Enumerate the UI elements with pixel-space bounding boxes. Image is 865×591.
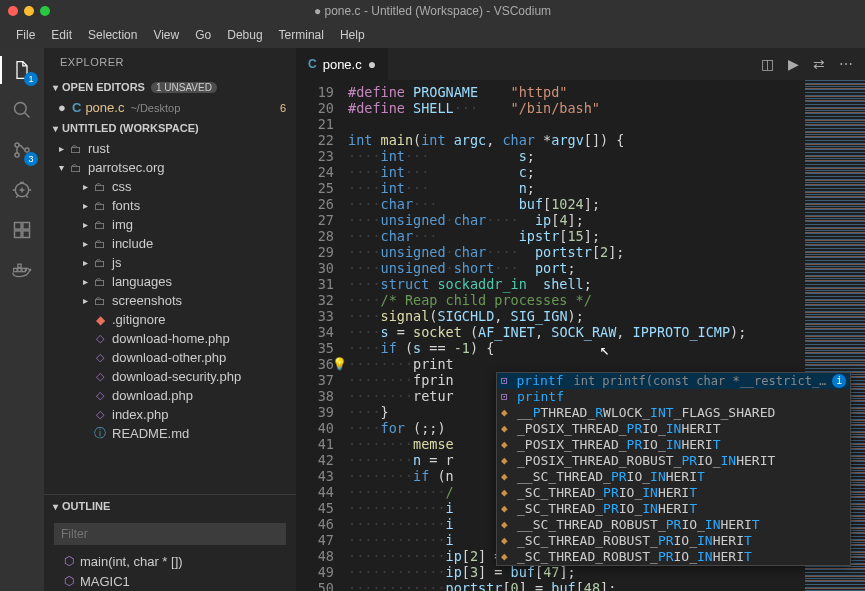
suggest-item[interactable]: ◆ _SC_THREAD_ROBUST_PRIO_INHERIT	[497, 533, 850, 549]
unsaved-badge: 1 UNSAVED	[151, 82, 217, 93]
code-line[interactable]: #define SHELL··· "/bin/bash"	[348, 100, 865, 116]
menu-help[interactable]: Help	[332, 26, 373, 44]
code-line[interactable]: ····int··· n;	[348, 180, 865, 196]
folder-fonts[interactable]: ▸🗀fonts	[44, 196, 296, 215]
scm-activity-icon[interactable]: 3	[8, 136, 36, 164]
window-controls	[8, 6, 50, 16]
menu-edit[interactable]: Edit	[43, 26, 80, 44]
code-line[interactable]	[348, 116, 865, 132]
tabbar: C pone.c ● ◫ ▶ ⇄ ⋯	[296, 48, 865, 80]
folder-include[interactable]: ▸🗀include	[44, 234, 296, 253]
svg-rect-10	[18, 268, 21, 271]
svg-point-0	[15, 103, 27, 115]
suggest-item[interactable]: ◆ _SC_THREAD_PRIO_INHERIT	[497, 485, 850, 501]
outline-symbol[interactable]: ⬡main(int, char * [])	[44, 551, 296, 571]
activitybar: 1 3	[0, 48, 44, 591]
compare-icon[interactable]: ⇄	[813, 56, 825, 72]
folder-img[interactable]: ▸🗀img	[44, 215, 296, 234]
suggest-item[interactable]: ⊡ printf	[497, 389, 850, 405]
svg-rect-7	[15, 231, 22, 238]
open-editor-item[interactable]: ●Cpone.c~/Desktop6	[44, 98, 296, 117]
more-icon[interactable]: ⋯	[839, 56, 853, 72]
menu-view[interactable]: View	[145, 26, 187, 44]
code-line[interactable]: ····s = socket (AF_INET, SOCK_RAW, IPPRO…	[348, 324, 865, 340]
menu-terminal[interactable]: Terminal	[271, 26, 332, 44]
workspace-header[interactable]: ▾ UNTITLED (WORKSPACE)	[44, 117, 296, 139]
open-editors-header[interactable]: ▾ OPEN EDITORS 1 UNSAVED	[44, 76, 296, 98]
code-line[interactable]: ····char··· buf[1024];	[348, 196, 865, 212]
folder-screenshots[interactable]: ▸🗀screenshots	[44, 291, 296, 310]
scm-badge: 3	[24, 152, 38, 166]
suggest-item[interactable]: ◆ _SC_THREAD_PRIO_INHERIT	[497, 501, 850, 517]
code-line[interactable]: #define PROGNAME "httpd"	[348, 84, 865, 100]
outline-label: OUTLINE	[62, 500, 110, 512]
workspace-label: UNTITLED (WORKSPACE)	[62, 122, 199, 134]
suggest-item[interactable]: ◆ _POSIX_THREAD_ROBUST_PRIO_INHERIT	[497, 453, 850, 469]
folder-rust[interactable]: ▸🗀rust	[44, 139, 296, 158]
code-line[interactable]: ····int··· c;	[348, 164, 865, 180]
tab-pone-c[interactable]: C pone.c ●	[296, 48, 389, 80]
file-README.md[interactable]: ⓘREADME.md	[44, 424, 296, 443]
explorer-activity-icon[interactable]: 1	[8, 56, 36, 84]
file-.gitignore[interactable]: ◆.gitignore	[44, 310, 296, 329]
code-line[interactable]: ····char··· ipstr[15];	[348, 228, 865, 244]
code-line[interactable]: ········print	[348, 356, 865, 372]
code-line[interactable]: int main(int argc, char *argv[]) {	[348, 132, 865, 148]
folder-parrotsec.org[interactable]: ▾🗀parrotsec.org	[44, 158, 296, 177]
code-line[interactable]: ····signal(SIGCHLD, SIG_IGN);	[348, 308, 865, 324]
file-download-security.php[interactable]: ◇download-security.php	[44, 367, 296, 386]
explorer-badge: 1	[24, 72, 38, 86]
folder-css[interactable]: ▸🗀css	[44, 177, 296, 196]
outline-filter-input[interactable]	[54, 523, 286, 545]
sidebar: EXPLORER ▾ OPEN EDITORS 1 UNSAVED ●Cpone…	[44, 48, 296, 591]
search-activity-icon[interactable]	[8, 96, 36, 124]
split-editor-icon[interactable]: ◫	[761, 56, 774, 72]
maximize-window-button[interactable]	[40, 6, 50, 16]
suggest-item[interactable]: ◆ __PTHREAD_RWLOCK_INT_FLAGS_SHARED	[497, 405, 850, 421]
chevron-down-icon: ▾	[48, 82, 62, 93]
menu-selection[interactable]: Selection	[80, 26, 145, 44]
info-icon[interactable]: i	[832, 374, 846, 388]
svg-rect-11	[22, 268, 25, 271]
file-index.php[interactable]: ◇index.php	[44, 405, 296, 424]
svg-point-1	[15, 143, 19, 147]
suggest-item[interactable]: ◆ _POSIX_THREAD_PRIO_INHERIT	[497, 437, 850, 453]
outline-symbol[interactable]: ⬡MAGIC1	[44, 571, 296, 591]
code-line[interactable]: ············portstr[0] = buf[48];	[348, 580, 865, 591]
file-download-other.php[interactable]: ◇download-other.php	[44, 348, 296, 367]
debug-activity-icon[interactable]	[8, 176, 36, 204]
docker-activity-icon[interactable]	[8, 256, 36, 284]
close-window-button[interactable]	[8, 6, 18, 16]
suggest-item[interactable]: ◆ __SC_THREAD_PRIO_INHERIT	[497, 469, 850, 485]
code-line[interactable]: ····struct sockaddr_in shell;	[348, 276, 865, 292]
intellisense-popup[interactable]: ⊡ printfint printf(const char *__restric…	[496, 372, 851, 566]
svg-rect-9	[14, 268, 17, 271]
outline-header[interactable]: ▾ OUTLINE	[44, 495, 296, 517]
lightbulb-icon[interactable]: 💡	[332, 356, 347, 372]
code-line[interactable]: ····unsigned·short··· port;	[348, 260, 865, 276]
code-line[interactable]: ····unsigned·char···· ip[4];	[348, 212, 865, 228]
menu-go[interactable]: Go	[187, 26, 219, 44]
extensions-activity-icon[interactable]	[8, 216, 36, 244]
file-download.php[interactable]: ◇download.php	[44, 386, 296, 405]
menu-debug[interactable]: Debug	[219, 26, 270, 44]
code-line[interactable]: ····/* Reap child processes */	[348, 292, 865, 308]
window-title: ● pone.c - Untitled (Workspace) - VSCodi…	[314, 4, 551, 18]
menu-file[interactable]: File	[8, 26, 43, 44]
folder-languages[interactable]: ▸🗀languages	[44, 272, 296, 291]
code-line[interactable]: ············ip[3] = buf[47];	[348, 564, 865, 580]
suggest-item[interactable]: ⊡ printfint printf(const char *__restric…	[497, 373, 850, 389]
code-line[interactable]: ····if (s == -1) {	[348, 340, 865, 356]
sidebar-title: EXPLORER	[44, 48, 296, 76]
run-icon[interactable]: ▶	[788, 56, 799, 72]
suggest-item[interactable]: ◆ _POSIX_THREAD_PRIO_INHERIT	[497, 421, 850, 437]
file-download-home.php[interactable]: ◇download-home.php	[44, 329, 296, 348]
code-line[interactable]: ····unsigned·char···· portstr[2];	[348, 244, 865, 260]
folder-js[interactable]: ▸🗀js	[44, 253, 296, 272]
unsaved-dot-icon: ●	[368, 56, 376, 72]
code-editor[interactable]: 1920212223242526272829303132333435363738…	[296, 80, 865, 591]
suggest-item[interactable]: ◆ __SC_THREAD_ROBUST_PRIO_INHERIT	[497, 517, 850, 533]
code-line[interactable]: ····int··· s;	[348, 148, 865, 164]
minimize-window-button[interactable]	[24, 6, 34, 16]
suggest-item[interactable]: ◆ _SC_THREAD_ROBUST_PRIO_INHERIT	[497, 549, 850, 565]
